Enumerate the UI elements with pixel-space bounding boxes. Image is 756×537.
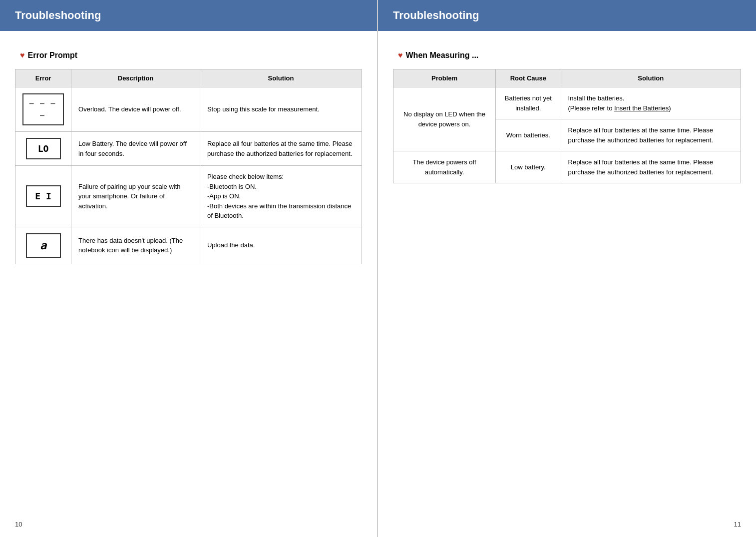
heart-icon-right: ♥ — [398, 51, 403, 60]
left-header-title: Troubleshooting — [15, 9, 101, 21]
error-description: There has data doesn't upload. (The note… — [71, 227, 200, 264]
ei-error-icon: E I — [26, 185, 61, 207]
root-cause-cell: Low battery. — [496, 151, 561, 183]
solution-cell: Replace all four batteries at the same t… — [561, 119, 741, 151]
description-col-header: Description — [71, 69, 200, 87]
error-col-header: Error — [15, 69, 71, 87]
left-page: Troubleshooting ♥ Error Prompt Error Des… — [0, 0, 378, 537]
solution-col-header: Solution — [200, 69, 362, 87]
error-prompt-heading: ♥ Error Prompt — [20, 51, 357, 60]
error-prompt-label: Error Prompt — [28, 51, 78, 60]
measuring-label: When Measuring ... — [406, 51, 479, 60]
error-icon-cell: E I — [15, 166, 71, 227]
left-page-number: 10 — [15, 521, 22, 528]
notebook-error-icon: a — [26, 233, 61, 258]
right-header-title: Troubleshooting — [393, 9, 479, 21]
lo-error-icon: LO — [26, 138, 61, 159]
error-icon-cell: LO — [15, 132, 71, 166]
measuring-heading: ♥ When Measuring ... — [398, 51, 736, 60]
table-row: a There has data doesn't upload. (The no… — [15, 227, 362, 264]
table-row: E I Failure of pairing up your scale wit… — [15, 166, 362, 227]
root-cause-col-header: Root Cause — [496, 69, 561, 87]
right-page-number: 11 — [734, 521, 741, 528]
error-solution: Upload the data. — [200, 227, 362, 264]
error-icon-cell: – – – – — [15, 87, 71, 132]
right-page: Troubleshooting ♥ When Measuring ... Pro… — [378, 0, 756, 537]
table-row: LO Low Battery. The device will power of… — [15, 132, 362, 166]
error-description: Failure of pairing up your scale with yo… — [71, 166, 200, 227]
right-page-header: Troubleshooting — [378, 0, 756, 31]
error-solution: Please check below items:-Bluetooth is O… — [200, 166, 362, 227]
table-row: No display on LED when the device powers… — [393, 87, 741, 119]
left-page-header: Troubleshooting — [0, 0, 377, 31]
error-icon-cell: a — [15, 227, 71, 264]
error-table: Error Description Solution – – – – Overl… — [15, 69, 362, 264]
solution-col-header-right: Solution — [561, 69, 741, 87]
table-row: – – – – Overload. The device will power … — [15, 87, 362, 132]
error-solution: Replace all four batteries at the same t… — [200, 132, 362, 166]
problem-cell: No display on LED when the device powers… — [393, 87, 496, 151]
heart-icon: ♥ — [20, 51, 25, 60]
problem-cell: The device powers off automatically. — [393, 151, 496, 183]
root-cause-cell: Worn batteries. — [496, 119, 561, 151]
error-description: Low Battery. The device will power off i… — [71, 132, 200, 166]
insert-batteries-link: Insert the Batteries — [614, 104, 669, 112]
dashes-error-icon: – – – – — [22, 93, 64, 125]
root-cause-cell: Batteries not yet installed. — [496, 87, 561, 119]
measuring-table: Problem Root Cause Solution No display o… — [393, 69, 741, 183]
error-description: Overload. The device will power off. — [71, 87, 200, 132]
solution-cell: Replace all four batteries at the same t… — [561, 151, 741, 183]
solution-cell: Install the batteries.(Please refer to I… — [561, 87, 741, 119]
error-solution: Stop using this scale for measurement. — [200, 87, 362, 132]
problem-col-header: Problem — [393, 69, 496, 87]
table-row: The device powers off automatically. Low… — [393, 151, 741, 183]
